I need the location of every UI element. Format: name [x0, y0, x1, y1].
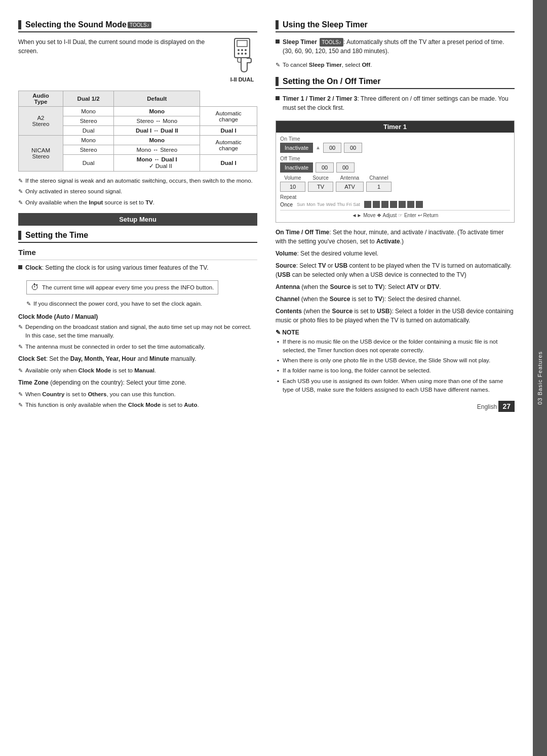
- sound-mode-section-header: Selecting the Sound Mode TOOLS♪: [18, 20, 257, 32]
- on-hour: 00: [323, 143, 341, 153]
- note-3: If a folder name is too long, the folder…: [276, 366, 515, 375]
- contents-desc: Contents (when the Source is set to USB)…: [276, 307, 515, 325]
- side-tab: 03 Basic Features: [533, 0, 547, 756]
- clock-bullet: [18, 265, 22, 269]
- sleep-timer-title: Using the Sleep Timer: [283, 20, 368, 29]
- col-audio-type: AudioType: [19, 91, 63, 107]
- note-stereo-sound: Only activated in stereo sound signal.: [18, 187, 257, 196]
- repeat-squares: [364, 201, 423, 208]
- sleep-timer-header: Using the Sleep Timer: [276, 20, 515, 32]
- on-time-adjust: ▲: [316, 145, 321, 150]
- timer-values-row: 10 TV ATV 1: [280, 182, 510, 192]
- section-bar-time: [18, 231, 21, 240]
- day-fri: Fri: [346, 202, 352, 207]
- sq-7: [416, 201, 423, 208]
- col-default: Default: [114, 91, 200, 107]
- svg-point-4: [245, 49, 247, 51]
- left-column: Selecting the Sound Mode TOOLS♪: [18, 20, 257, 741]
- volume-desc: Volume: Set the desired volume level.: [276, 249, 515, 258]
- svg-point-2: [238, 49, 240, 51]
- repeat-row: Once Sun Mon Tue Wed Thu Fri Sat: [280, 201, 510, 208]
- on-time-label: On Time: [280, 136, 510, 142]
- page-number: 27: [498, 401, 515, 412]
- timer-grid: On Time Inactivate ▲ 00 00 Off Time: [276, 133, 514, 222]
- timer-desc-row: Timer 1 / Timer 2 / Timer 3: Three diffe…: [276, 94, 515, 115]
- clock-icon-box: ⏱ The current time will appear every tim…: [26, 280, 218, 295]
- on-min: 00: [344, 143, 362, 153]
- section-bar-timer: [276, 77, 279, 86]
- on-off-timer-title: Setting the On / Off Timer: [283, 77, 381, 86]
- timer-desc: Timer 1 / Timer 2 / Timer 3: Three diffe…: [283, 94, 515, 112]
- timer-nav: ◄► Move ❖ Adjust ☞ Enter ↩ Return: [280, 210, 510, 219]
- on-inactivate-btn[interactable]: Inactivate: [280, 143, 313, 153]
- cell-nicam: NICAMStereo: [19, 136, 63, 172]
- sq-1: [364, 201, 371, 208]
- cell-nicam-auto: Automaticchange: [200, 136, 257, 155]
- antenna-desc: Antenna (when the Source is set to TV): …: [276, 282, 515, 291]
- cell-nicam-dual-default: Dual I: [200, 155, 257, 172]
- cell-stereo-val: Stereo ↔ Mono: [114, 116, 200, 126]
- note-4: Each USB you use is assigned its own fol…: [276, 377, 515, 395]
- time-subsection-title: Time: [18, 248, 257, 257]
- svg-point-6: [241, 53, 243, 55]
- table-row: NICAMStereo Mono Mono Automaticchange: [19, 136, 257, 145]
- table-row: A2Stereo Mono Mono Automaticchange: [19, 107, 257, 116]
- sleep-timer-desc: Sleep Timer TOOLS♪: Automatically shuts …: [283, 37, 515, 56]
- note-section: ✎ NOTE If there is no music file on the …: [276, 329, 515, 395]
- ch-header: Channel: [366, 175, 392, 181]
- sleep-timer-row: Sleep Timer TOOLS♪: Automatically shuts …: [276, 37, 515, 59]
- time-divider: [18, 260, 257, 260]
- svg-point-7: [245, 53, 247, 55]
- right-column: Using the Sleep Timer Sleep Timer TOOLS♪…: [276, 20, 515, 741]
- dual-label: I-II DUAL: [227, 76, 257, 82]
- sq-3: [381, 201, 388, 208]
- setup-menu-bar: Setup Menu: [18, 213, 257, 226]
- off-min: 00: [336, 162, 355, 173]
- note-1: If there is no music file on the USB dev…: [276, 338, 515, 355]
- day-mon: Mon: [306, 202, 316, 207]
- cell-a2-stereo: A2Stereo: [19, 107, 63, 136]
- sound-mode-title: Selecting the Sound Mode: [25, 20, 127, 29]
- note-title: ✎ NOTE: [276, 329, 515, 336]
- day-thu: Thu: [337, 202, 345, 207]
- off-inactivate-btn[interactable]: Inactivate: [280, 162, 313, 173]
- cell-nicam-mono-val: Mono: [114, 136, 200, 145]
- note-manual: Available only when Clock Mode is set to…: [18, 366, 257, 375]
- cell-stereo: Stereo: [63, 116, 113, 126]
- sound-mode-intro: When you set to I-II Dual, the current s…: [18, 37, 257, 56]
- clock-desc: Clock: Setting the clock is for using va…: [25, 263, 209, 272]
- source-desc: Source: Select TV or USB content to be p…: [276, 261, 515, 279]
- col-dual: Dual 1/2: [63, 91, 113, 107]
- svg-point-3: [241, 49, 243, 51]
- vol-val: 10: [280, 182, 305, 192]
- setting-time-title: Setting the Time: [25, 231, 88, 240]
- day-sun: Sun: [297, 202, 305, 207]
- repeat-days: Sun Mon Tue Wed Thu Fri Sat: [297, 202, 360, 207]
- svg-point-5: [238, 53, 240, 55]
- note-disconnect: If you disconnect the power cord, you ha…: [26, 300, 257, 308]
- note-country-others: When Country is set to Others, you can u…: [18, 390, 257, 399]
- sleep-cancel-note: To cancel Sleep Timer, select Off.: [276, 61, 515, 69]
- dual-image: I-II DUAL: [227, 37, 257, 82]
- ant-header: Antenna: [336, 175, 364, 181]
- clock-info-note: The current time will appear every time …: [42, 284, 214, 290]
- timer-box: Timer 1 On Time Inactivate ▲ 00 00: [276, 120, 515, 223]
- cell-dual-default: Dual I: [200, 126, 257, 136]
- day-tue: Tue: [317, 202, 325, 207]
- cell-nicam-mono: Mono: [63, 136, 113, 145]
- day-wed: Wed: [326, 202, 335, 207]
- note-2: When there is only one photo file in the…: [276, 356, 515, 365]
- on-off-time-desc: On Time / Off Time: Set the hour, minute…: [276, 228, 515, 246]
- note-broadcast: Depending on the broadcast station and s…: [18, 323, 257, 341]
- cell-auto: Automaticchange: [200, 107, 257, 126]
- timer-title: Timer 1: [276, 121, 514, 133]
- ant-val: ATV: [336, 182, 364, 192]
- clock-mode-title: Clock Mode (Auto / Manual): [18, 312, 257, 321]
- sleep-bullet: [276, 39, 280, 44]
- src-val: TV: [308, 182, 333, 192]
- note-stereo-signal: If the stereo signal is weak and an auto…: [18, 177, 257, 185]
- cell-mono-val: Mono: [114, 107, 200, 116]
- repeat-label: Repeat: [280, 194, 510, 200]
- svg-rect-1: [237, 40, 247, 47]
- clock-row: Clock: Setting the clock is for using va…: [18, 263, 257, 275]
